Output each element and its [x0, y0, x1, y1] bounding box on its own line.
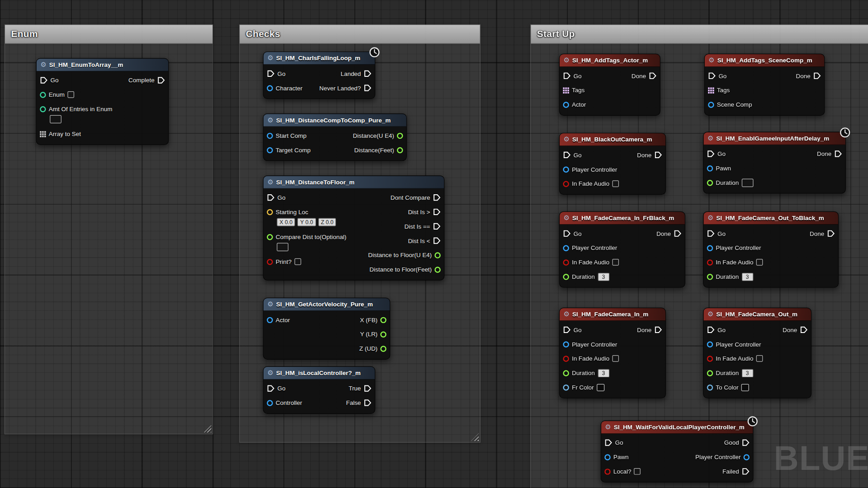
node[interactable]: ⚙SI_HM_DistanceCompToComp_Pure_mStart Co…: [263, 113, 407, 161]
float-pin-icon[interactable]: [397, 132, 403, 138]
comment-resize-handle[interactable]: [204, 425, 212, 432]
int-pin-icon[interactable]: [40, 106, 46, 112]
bool-pin-icon[interactable]: [563, 181, 569, 187]
node-header[interactable]: ⚙SI_HM_BlackOutCamera_m: [560, 133, 665, 146]
float-pin-icon[interactable]: [380, 331, 386, 337]
exec-pin-icon[interactable]: [654, 151, 662, 159]
float-pin-icon[interactable]: [707, 179, 713, 185]
pin-checkbox[interactable]: [612, 180, 619, 187]
node[interactable]: ⚙SI_HM_FadeCamera_Out_mGoPlayer Controll…: [703, 308, 811, 399]
object-pin-icon[interactable]: [743, 454, 749, 460]
object-pin-icon[interactable]: [267, 132, 273, 138]
object-pin-icon[interactable]: [707, 245, 713, 251]
comment-header[interactable]: Enum: [5, 25, 212, 44]
exec-pin-icon[interactable]: [834, 150, 842, 158]
object-pin-icon[interactable]: [563, 166, 569, 172]
node[interactable]: ⚙SI_HM_FadeCamera_In_mGoPlayer Controlle…: [559, 308, 666, 399]
comment-header[interactable]: Checks: [240, 25, 480, 44]
pin-input[interactable]: 3: [741, 272, 753, 281]
exec-pin-icon[interactable]: [40, 76, 47, 84]
float-pin-icon[interactable]: [380, 317, 386, 323]
exec-pin-icon[interactable]: [708, 72, 716, 80]
exec-pin-icon[interactable]: [363, 385, 371, 392]
node[interactable]: ⚙SI_HM_DistanceToFloor_mGoStarting LocX …: [263, 175, 445, 281]
vector-input-component[interactable]: Y 0.0: [297, 218, 316, 226]
color-pin-icon[interactable]: [707, 384, 713, 390]
node-header[interactable]: ⚙SI_HM_isLocalController?_m: [264, 367, 375, 380]
node-header[interactable]: ⚙SI_HM_FadeCamera_Out_ToBlack_m: [703, 212, 838, 225]
exec-pin-icon[interactable]: [433, 208, 441, 216]
exec-pin-icon[interactable]: [433, 194, 441, 202]
pin-input[interactable]: 3: [598, 369, 609, 377]
node-header[interactable]: ⚙SI_HM_FadeCamera_In_m: [560, 308, 665, 321]
pin-input[interactable]: [741, 178, 753, 187]
node-header[interactable]: ⚙SI_HM_AddTags_SceneComp_m: [705, 54, 824, 67]
exec-pin-icon[interactable]: [827, 230, 835, 237]
exec-pin-icon[interactable]: [363, 70, 371, 77]
bool-pin-icon[interactable]: [707, 259, 713, 265]
float-pin-icon[interactable]: [380, 346, 386, 352]
color-pin-icon[interactable]: [563, 384, 569, 390]
node[interactable]: ⚙SI_HM_AddTags_SceneComp_mGoTagsScene Co…: [704, 54, 825, 116]
vector-input-component[interactable]: X 0.0: [277, 218, 295, 226]
float-pin-icon[interactable]: [397, 147, 403, 153]
pin-checkbox[interactable]: [612, 259, 619, 266]
node[interactable]: ⚙SI_HM_CharIsFallingLoop_mGoCharacterLan…: [263, 52, 376, 99]
comment-resize-handle[interactable]: [471, 433, 479, 441]
exec-pin-icon[interactable]: [563, 230, 571, 237]
exec-pin-icon[interactable]: [742, 439, 750, 446]
object-pin-icon[interactable]: [267, 400, 273, 406]
node-header[interactable]: ⚙SI_HM_EnablGameeInputAfterDelay_m: [703, 132, 845, 145]
exec-pin-icon[interactable]: [157, 76, 165, 84]
exec-pin-icon[interactable]: [363, 84, 371, 92]
vector-input[interactable]: X 0.0Y 0.0Z 0.0: [277, 218, 336, 226]
object-pin-icon[interactable]: [267, 85, 273, 91]
node[interactable]: ⚙SI_HM_GetActorVelocity_Pure_mActorX (FB…: [263, 298, 391, 360]
object-pin-icon[interactable]: [563, 245, 569, 251]
exec-pin-icon[interactable]: [563, 326, 571, 333]
node[interactable]: ⚙SI_HM_FadeCamera_In_FrBlack_mGoPlayer C…: [559, 211, 685, 288]
exec-pin-icon[interactable]: [649, 72, 656, 80]
object-pin-icon[interactable]: [267, 147, 273, 153]
exec-pin-icon[interactable]: [813, 72, 821, 80]
pin-input[interactable]: 3: [598, 272, 609, 281]
bool-pin-icon[interactable]: [563, 259, 569, 265]
node-header[interactable]: ⚙SI_HM_DistanceCompToComp_Pure_m: [264, 114, 406, 127]
object-pin-icon[interactable]: [707, 341, 713, 347]
node-header[interactable]: ⚙SI_HM_DistanceToFloor_m: [264, 176, 444, 188]
object-pin-icon[interactable]: [708, 102, 714, 108]
pin-input[interactable]: [50, 115, 61, 123]
node-header[interactable]: ⚙SI_HM_FadeCamera_Out_m: [703, 308, 811, 321]
node-header[interactable]: ⚙SI_HM_CharIsFallingLoop_m: [264, 52, 375, 65]
float-pin-icon[interactable]: [707, 370, 713, 376]
node-header[interactable]: ⚙SI_HM_WaitForValidLocalPlayerController…: [601, 421, 753, 434]
exec-pin-icon[interactable]: [267, 194, 274, 202]
exec-pin-icon[interactable]: [674, 230, 681, 237]
node[interactable]: ⚙SI_HM_WaitForValidLocalPlayerController…: [601, 421, 754, 483]
pin-checkbox[interactable]: [756, 355, 763, 362]
node-header[interactable]: ⚙SI_HM_EnumToArray__m: [37, 59, 168, 71]
exec-pin-icon[interactable]: [433, 237, 441, 244]
exec-pin-icon[interactable]: [563, 151, 571, 159]
bool-pin-icon[interactable]: [267, 258, 273, 264]
comment-header[interactable]: Start Up: [531, 25, 868, 44]
exec-pin-icon[interactable]: [742, 468, 750, 475]
exec-pin-icon[interactable]: [267, 70, 274, 77]
float-pin-icon[interactable]: [707, 274, 713, 280]
float-pin-icon[interactable]: [434, 252, 440, 258]
vector-input-component[interactable]: Z 0.0: [318, 218, 336, 226]
vector-pin-icon[interactable]: [267, 209, 273, 215]
exec-pin-icon[interactable]: [800, 326, 807, 333]
node[interactable]: ⚙SI_HM_AddTags_Actor_mGoTagsActorDone: [559, 54, 660, 116]
node[interactable]: ⚙SI_HM_BlackOutCamera_mGoPlayer Controll…: [559, 133, 666, 195]
object-pin-icon[interactable]: [604, 454, 610, 460]
node[interactable]: ⚙SI_HM_EnumToArray__mGoEnumAmt Of Entrie…: [36, 58, 169, 145]
color-swatch[interactable]: [741, 384, 749, 391]
enum-pin-icon[interactable]: [40, 92, 46, 98]
exec-pin-icon[interactable]: [363, 399, 371, 407]
color-swatch[interactable]: [597, 384, 604, 391]
exec-pin-icon[interactable]: [707, 326, 715, 333]
exec-pin-icon[interactable]: [267, 385, 274, 392]
exec-pin-icon[interactable]: [563, 72, 571, 80]
node-header[interactable]: ⚙SI_HM_FadeCamera_In_FrBlack_m: [560, 212, 685, 225]
